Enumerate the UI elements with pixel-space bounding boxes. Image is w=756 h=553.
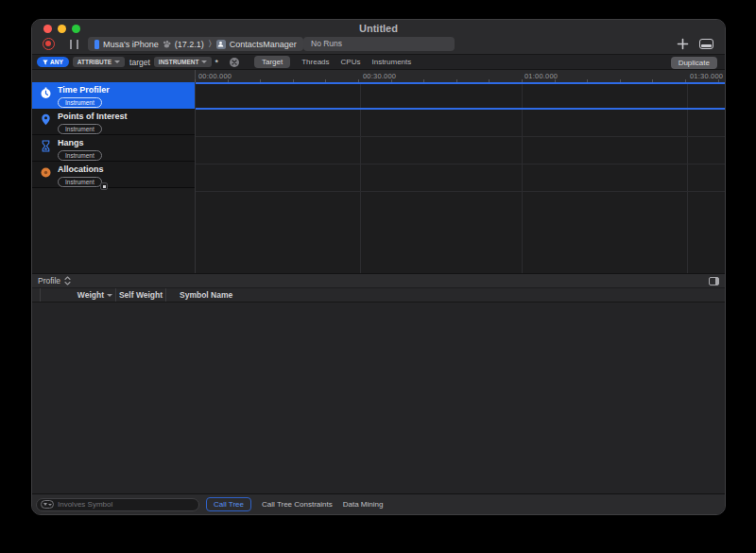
instrument-row-hangs[interactable]: Hangs Instrument [32, 135, 195, 162]
column-header-weight[interactable]: Weight [41, 288, 116, 302]
device-name: Musa's iPhone [103, 40, 159, 49]
filter-placeholder: Involves Symbol [58, 500, 112, 509]
chevron-down-icon [48, 504, 52, 506]
table-header-spacer [32, 288, 41, 302]
duplicate-button[interactable]: Duplicate [671, 57, 717, 69]
record-icon[interactable] [43, 38, 55, 50]
strategy-tab-target[interactable]: Target [254, 56, 290, 68]
instrument-badge: Instrument [58, 177, 102, 187]
map-pin-icon [40, 113, 52, 126]
inspector-toggle-icon[interactable] [709, 277, 719, 285]
tab-data-mining[interactable]: Data Mining [343, 500, 384, 509]
strategy-tab-cpus[interactable]: CPUs [341, 58, 361, 66]
window-title: Untitled [32, 23, 725, 34]
instrument-sidebar: Time Profiler Instrument Points of Inter… [32, 82, 195, 188]
device-os-version: (17.2.1) [175, 40, 204, 49]
selection-highlight-line [196, 82, 725, 84]
iphone-icon [94, 40, 99, 49]
instrument-row-allocations[interactable]: Allocations Instrument [32, 162, 195, 188]
hourglass-icon [40, 140, 52, 152]
app-icon [216, 40, 226, 49]
title-bar: Untitled [32, 20, 725, 37]
instrument-name: Time Profiler [58, 85, 110, 95]
drag-cursor-badge [100, 182, 108, 190]
bottom-bar: Involves Symbol Call Tree Call Tree Cons… [32, 493, 725, 514]
attribute-dropdown[interactable]: ATTRIBUTE [73, 57, 125, 67]
strategy-tab-instruments[interactable]: Instruments [371, 58, 411, 66]
filter-scope-icon[interactable] [41, 500, 54, 509]
chevron-down-icon [201, 60, 207, 63]
selection-highlight-line [196, 108, 725, 110]
detail-view-selector-bar: Profile [32, 273, 725, 287]
instruments-window: Untitled Musa's iPhone (17.2.1) 〉 Contac… [31, 19, 726, 515]
wildcard-token: * [215, 58, 218, 67]
add-instrument-button[interactable] [677, 38, 689, 50]
timeline-ruler[interactable]: 00:00.000 00:30.000 01:00.000 01:30.000 [32, 70, 725, 82]
detail-view-label[interactable]: Profile [38, 276, 60, 285]
instrument-row-time-profiler[interactable]: Time Profiler Instrument [32, 82, 195, 109]
device-app-selector[interactable]: Musa's iPhone (17.2.1) 〉 ContactsManager [88, 37, 303, 51]
instrument-name: Allocations [58, 164, 104, 174]
layout-toggle-icon[interactable] [699, 39, 713, 49]
track-row-divider [196, 136, 725, 137]
clear-filter-icon[interactable] [230, 58, 239, 67]
track-area: Time Profiler Instrument Points of Inter… [32, 82, 725, 273]
instrument-dropdown[interactable]: INSTRUMENT [154, 57, 213, 67]
instrument-badge: Instrument [58, 150, 102, 161]
chevron-right-icon: 〉 [209, 39, 212, 49]
instrument-label: INSTRUMENT [159, 59, 199, 65]
track-row-divider [196, 191, 725, 192]
timeline-gridline [360, 82, 361, 273]
call-tree-table-body[interactable] [32, 302, 725, 493]
paw-icon [163, 41, 171, 48]
chevron-down-icon [114, 60, 120, 63]
timeline-gridline [687, 82, 688, 273]
app-name: ContactsManager [230, 40, 297, 49]
track-row-divider [196, 164, 725, 164]
symbol-filter-input[interactable]: Involves Symbol [36, 498, 199, 511]
strategy-tab-threads[interactable]: Threads [301, 58, 329, 66]
toolbar: Musa's iPhone (17.2.1) 〉 ContactsManager… [32, 37, 725, 54]
instrument-badge: Instrument [58, 124, 102, 134]
run-status-field: No Runs [303, 37, 455, 51]
sidebar-track-divider[interactable] [195, 82, 196, 273]
column-header-symbol-name[interactable]: Symbol Name [166, 288, 232, 302]
any-filter-token[interactable]: ANY [37, 57, 69, 67]
allocations-icon [40, 166, 52, 179]
instrument-row-points-of-interest[interactable]: Points of Interest Instrument [32, 109, 195, 135]
chevron-up-down-icon[interactable] [64, 276, 71, 285]
chevron-down-icon [107, 294, 112, 297]
target-token: target [129, 58, 150, 67]
any-label: ANY [50, 59, 63, 65]
time-profiler-clock-icon [40, 87, 52, 99]
pause-icon[interactable] [70, 40, 78, 49]
funnel-icon [43, 60, 48, 65]
tab-call-tree[interactable]: Call Tree [206, 497, 251, 511]
tab-call-tree-constraints[interactable]: Call Tree Constraints [262, 500, 333, 509]
instrument-name: Hangs [58, 138, 84, 147]
instrument-badge: Instrument [58, 97, 102, 108]
filter-bar: ANY ATTRIBUTE target INSTRUMENT * Target… [32, 54, 725, 70]
timeline-gridline [522, 82, 523, 273]
call-tree-table-header: Weight Self Weight Symbol Name [32, 287, 725, 302]
funnel-icon [43, 503, 47, 506]
column-header-self-weight[interactable]: Self Weight [116, 288, 166, 302]
instrument-name: Points of Interest [58, 112, 128, 121]
attribute-label: ATTRIBUTE [77, 59, 112, 65]
